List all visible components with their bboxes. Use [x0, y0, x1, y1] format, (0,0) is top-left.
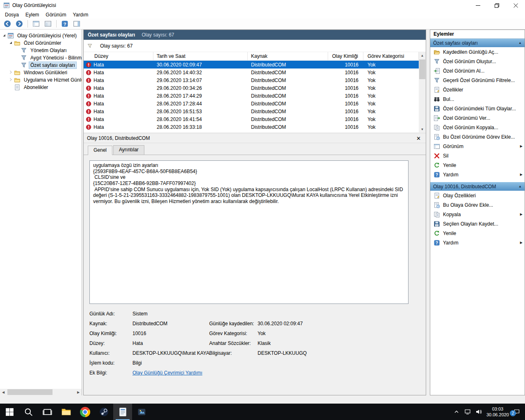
event-viewer-icon: [118, 407, 128, 417]
task-view-button[interactable]: [38, 404, 57, 420]
menu-item-0[interactable]: Dosya: [2, 11, 22, 18]
level-cell: Hata: [84, 70, 153, 75]
volume-icon[interactable]: [475, 409, 482, 415]
tree-expander-icon[interactable]: [1, 33, 7, 38]
action-group-header[interactable]: Özet sayfası olayları▲: [430, 39, 525, 47]
event-row[interactable]: Hata28.06.2020 16:41:54DistributedCOM100…: [84, 115, 419, 123]
event-row[interactable]: Hata28.06.2020 16:33:18DistributedCOM100…: [84, 123, 419, 131]
action-item[interactable]: Olay Özellikleri: [430, 191, 525, 200]
column-header[interactable]: Tarih ve Saat: [153, 52, 248, 60]
tree-item[interactable]: Abonelikler: [0, 84, 82, 91]
scroll-left-icon[interactable]: ◀: [0, 389, 7, 395]
minimize-button[interactable]: [468, 0, 487, 11]
scroll-up-icon[interactable]: ▲: [419, 52, 426, 59]
tab-ayrintilar[interactable]: Ayrıntılar: [113, 145, 144, 155]
action-item[interactable]: ?Yardım▶: [430, 170, 525, 179]
action-item[interactable]: Yenile: [430, 160, 525, 170]
scroll-right-icon[interactable]: ▶: [75, 389, 82, 395]
scrollbar-track[interactable]: [7, 389, 75, 395]
scroll-down-icon[interactable]: ▼: [419, 126, 426, 132]
action-item[interactable]: Geçerli Özel Görünümü Filtrele...: [430, 75, 525, 85]
tree-expander-icon[interactable]: [8, 78, 14, 82]
clock[interactable]: 03:03 30.06.2020: [486, 406, 509, 418]
column-header[interactable]: Olay Kimliği: [328, 52, 363, 60]
tree-item[interactable]: Özet sayfası olayları: [0, 62, 82, 69]
source-cell: DistributedCOM: [248, 116, 328, 122]
help-button[interactable]: ?: [60, 19, 70, 28]
actions-title: Eylemler: [430, 30, 525, 39]
tree-horizontal-scrollbar[interactable]: ◀ ▶: [0, 389, 82, 395]
action-item[interactable]: Görünüm▶: [430, 142, 525, 151]
close-preview-icon[interactable]: ✕: [415, 135, 422, 142]
tree-expander-icon[interactable]: [8, 41, 14, 46]
action-item[interactable]: Seçilen Olayları Kaydet...: [430, 219, 525, 228]
action-center-button[interactable]: 2: [514, 409, 520, 415]
menu-item-2[interactable]: Görünüm: [42, 11, 69, 18]
start-button[interactable]: [0, 404, 19, 420]
search-button[interactable]: [19, 404, 38, 420]
tree-item[interactable]: Aygıt Yöneticisi - Bilinme: [0, 54, 82, 62]
field-label: Düzey:: [89, 340, 132, 346]
tree-item[interactable]: Uygulama ve Hizmet Günlük: [0, 76, 82, 84]
steam-button[interactable]: [94, 404, 113, 420]
datetime-cell: 28.06.2020 16:51:53: [153, 109, 248, 114]
action-item[interactable]: ?Yardım▶: [430, 238, 525, 247]
action-item[interactable]: Bu Olaya Görev Ekle...: [430, 200, 525, 210]
network-icon[interactable]: [464, 409, 471, 415]
action-pane-button[interactable]: [72, 19, 82, 28]
console-tree-button[interactable]: [31, 19, 41, 28]
action-item[interactable]: Bu Özel Görünüme Görev Ekle...: [430, 132, 525, 142]
tree-item[interactable]: Özel Görünümler: [0, 39, 82, 47]
scrollbar-track[interactable]: [419, 59, 426, 126]
event-row[interactable]: Hata29.06.2020 13:14:07DistributedCOM100…: [84, 76, 419, 84]
action-item[interactable]: Özel Görünüm Al...: [430, 66, 525, 75]
tree-item[interactable]: Olay Görüntüleyicisi (Yerel): [0, 32, 82, 39]
event-viewer-button[interactable]: [113, 404, 132, 420]
close-button[interactable]: [506, 0, 525, 11]
scrollbar-thumb[interactable]: [419, 59, 425, 79]
folder-icon: [14, 69, 21, 76]
back-button[interactable]: [2, 19, 12, 28]
copy-icon: [434, 124, 440, 131]
tab-genel[interactable]: Genel: [88, 146, 112, 155]
action-item[interactable]: Bul...: [430, 94, 525, 104]
action-item[interactable]: Özellikler: [430, 85, 525, 94]
menu-item-3[interactable]: Yardım: [69, 11, 91, 18]
file-explorer-button[interactable]: [57, 404, 75, 420]
scrollbar-thumb[interactable]: [7, 389, 52, 395]
tree-indent: [8, 85, 14, 90]
column-header[interactable]: Görev Kategorisi: [363, 52, 419, 60]
action-item[interactable]: Kopyala▶: [430, 210, 525, 219]
action-item[interactable]: Yenile: [430, 228, 525, 238]
event-row[interactable]: Hata28.06.2020 17:28:44DistributedCOM100…: [84, 100, 419, 107]
action-group-header[interactable]: Olay 10016, DistributedCOM▲: [430, 182, 525, 191]
action-item-label: Özel Görünümü Ver...: [443, 115, 523, 121]
tray-chevron-icon[interactable]: [453, 409, 460, 415]
event-row[interactable]: Hata29.06.2020 00:34:26DistributedCOM100…: [84, 84, 419, 92]
action-item[interactable]: Özel Görünümü Ver...: [430, 113, 525, 123]
menu-item-1[interactable]: Eylem: [22, 11, 42, 18]
event-row[interactable]: Hata28.06.2020 17:44:29DistributedCOM100…: [84, 92, 419, 100]
tree-expander-icon[interactable]: [8, 70, 14, 75]
column-header[interactable]: Kaynak: [248, 52, 328, 60]
event-log-online-help-link[interactable]: Olay Günlüğü Çevrimiçi Yardımı: [132, 370, 209, 376]
action-item[interactable]: Özel Görünüm Kopyala...: [430, 123, 525, 132]
list-vertical-scrollbar[interactable]: ▲ ▼: [419, 52, 426, 132]
list-view-button[interactable]: [43, 19, 53, 28]
action-item[interactable]: Kaydedilen Günlüğü Aç...: [430, 47, 525, 57]
event-row[interactable]: Hata28.06.2020 16:51:53DistributedCOM100…: [84, 107, 419, 115]
event-row[interactable]: Hata30.06.2020 02:09:47DistributedCOM100…: [84, 61, 419, 68]
category-cell: Yok: [363, 109, 419, 114]
action-item[interactable]: Özel Görünüm Oluştur...: [430, 57, 525, 66]
event-row[interactable]: Hata29.06.2020 14:40:32DistributedCOM100…: [84, 68, 419, 76]
action-item[interactable]: Özel Görünümdeki Tüm Olaylar...: [430, 104, 525, 113]
tree-item[interactable]: Yönetim Olayları: [0, 47, 82, 54]
forward-button[interactable]: [14, 19, 24, 28]
action-item[interactable]: Sil: [430, 151, 525, 160]
pinned-app-button[interactable]: [132, 404, 151, 420]
tree-item[interactable]: Windows Günlükleri: [0, 69, 82, 76]
column-header[interactable]: Düzey: [84, 52, 153, 60]
chrome-button[interactable]: [75, 404, 94, 420]
event-description[interactable]: uygulamaya özgü izin ayarları {2593F8B9-…: [89, 160, 409, 304]
restore-button[interactable]: [487, 0, 506, 11]
